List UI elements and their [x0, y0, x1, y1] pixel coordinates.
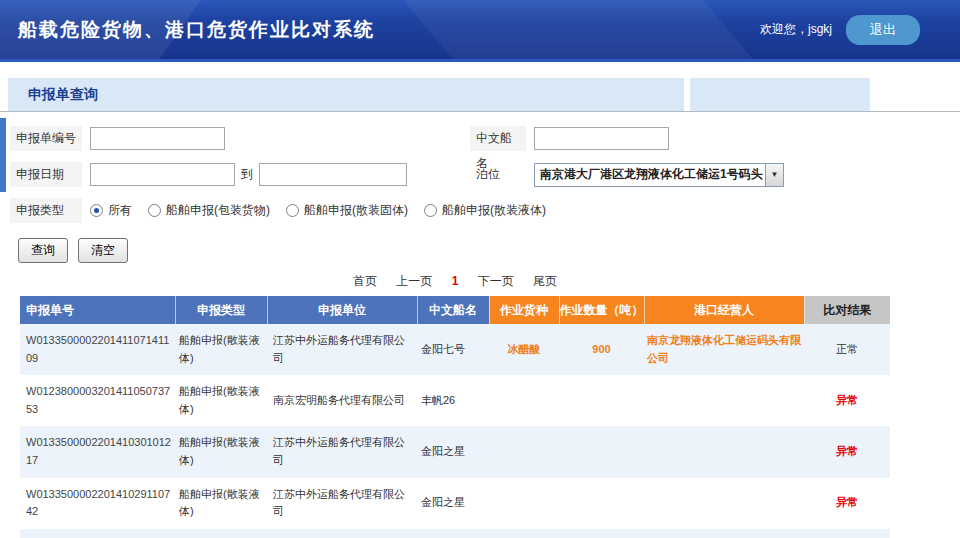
cell-agent: 江苏中外运船务代理有限公司	[267, 426, 417, 477]
table-row: W013350000220141030101217 船舶申报(散装液体) 江苏中…	[20, 426, 890, 477]
cell-decl-no: W012380000320141105073753	[20, 375, 175, 426]
cell-decl-no: W013350000220141029110742	[20, 478, 175, 529]
radio-label: 船舶申报(散装液体)	[442, 202, 546, 219]
cell-type: 船舶申报(散装液体)	[175, 324, 267, 375]
cell-result: 异常	[804, 426, 890, 477]
radio-label: 船舶申报(散装固体)	[304, 202, 408, 219]
pagination: 首页 上一页 1 下一页 尾页	[20, 273, 890, 290]
col-header-result: 比对结果	[804, 296, 890, 324]
app-title: 船载危险货物、港口危货作业比对系统	[18, 17, 375, 43]
decl-no-label: 申报单编号	[10, 126, 82, 151]
cell-cargo	[489, 478, 559, 529]
radio-option-bulk-liquid[interactable]: 船舶申报(散装液体)	[424, 202, 546, 219]
cell-ship: 金阳七号	[417, 324, 489, 375]
page-current: 1	[452, 274, 459, 288]
table-header-row: 申报单号 申报类型 申报单位 中文船名 作业货种 作业数量（吨） 港口经营人 比…	[20, 296, 890, 324]
cell-qty: 600	[559, 529, 644, 538]
chevron-down-icon[interactable]: ▼	[765, 164, 783, 186]
radio-icon	[148, 204, 161, 217]
header-decor-shape	[353, 0, 787, 62]
cell-ship: 金阳之星	[417, 426, 489, 477]
col-header-type: 申报类型	[175, 296, 267, 324]
cell-ship: 赣东港化166	[417, 529, 489, 538]
date-to-input[interactable]	[259, 163, 407, 186]
cell-operator: 南京龙翔液体化工储运码头有限公司	[644, 529, 804, 538]
query-button[interactable]: 查询	[18, 238, 68, 263]
cell-qty	[559, 426, 644, 477]
page-first-link[interactable]: 首页	[353, 274, 377, 288]
berth-select[interactable]: 南京港大厂港区龙翔液体化工储运1号码头 ▼	[534, 163, 784, 187]
date-to-label: 到	[241, 166, 253, 183]
cell-cargo: 冰醋酸	[489, 324, 559, 375]
cell-cargo	[489, 375, 559, 426]
cell-type: 船舶申报(散装液体)	[175, 529, 267, 538]
berth-label: 泊位	[470, 162, 526, 187]
decl-no-input[interactable]	[90, 127, 225, 150]
cell-agent: 南京宏明船务代理有限公司	[267, 375, 417, 426]
cell-type: 船舶申报(散装液体)	[175, 375, 267, 426]
table-row: W015140000220141028122151 船舶申报(散装液体) 江西东…	[20, 529, 890, 538]
radio-label: 船舶申报(包装货物)	[166, 202, 270, 219]
radio-option-bulk-solid[interactable]: 船舶申报(散装固体)	[286, 202, 408, 219]
tabbar-side-panel	[690, 78, 870, 111]
cell-decl-no: W013350000220141030101217	[20, 426, 175, 477]
radio-option-all[interactable]: 所有	[90, 202, 132, 219]
table-row: W013350000220141029110742 船舶申报(散装液体) 江苏中…	[20, 478, 890, 529]
clear-button[interactable]: 清空	[78, 238, 128, 263]
col-header-qty: 作业数量（吨）	[559, 296, 644, 324]
type-radio-group: 所有 船舶申报(包装货物) 船舶申报(散装固体) 船舶申报(散装液体)	[90, 202, 546, 219]
cell-agent: 江苏中外运船务代理有限公司	[267, 478, 417, 529]
radio-label: 所有	[108, 202, 132, 219]
ship-name-label: 中文船名	[470, 126, 526, 151]
page-prev-link[interactable]: 上一页	[396, 274, 432, 288]
berth-select-value: 南京港大厂港区龙翔液体化工储运1号码头	[535, 166, 765, 183]
cell-type: 船舶申报(散装液体)	[175, 426, 267, 477]
cell-type: 船舶申报(散装液体)	[175, 478, 267, 529]
welcome-text: 欢迎您，jsgkj	[760, 21, 832, 38]
table-row: W013350000220141107141109 船舶申报(散装液体) 江苏中…	[20, 324, 890, 375]
radio-option-packaged[interactable]: 船舶申报(包装货物)	[148, 202, 270, 219]
results-table: 申报单号 申报类型 申报单位 中文船名 作业货种 作业数量（吨） 港口经营人 比…	[20, 296, 890, 538]
page-last-link[interactable]: 尾页	[533, 274, 557, 288]
radio-icon	[424, 204, 437, 217]
app-header: 船载危险货物、港口危货作业比对系统 欢迎您，jsgkj 退出	[0, 0, 960, 62]
cell-decl-no: W013350000220141107141109	[20, 324, 175, 375]
cell-qty	[559, 478, 644, 529]
col-header-decl-no: 申报单号	[20, 296, 175, 324]
cell-operator: 南京龙翔液体化工储运码头有限公司	[644, 324, 804, 375]
logout-button[interactable]: 退出	[846, 15, 920, 45]
tab-declaration-query: 申报单查询	[8, 78, 684, 111]
cell-agent: 江西东港航运有限公司	[267, 529, 417, 538]
radio-icon	[90, 204, 103, 217]
cell-cargo	[489, 426, 559, 477]
col-header-operator: 港口经营人	[644, 296, 804, 324]
section-tabbar: 申报单查询	[0, 78, 960, 112]
query-form: 申报单编号 中文船名 申报日期 到 泊位 南京港大厂港区龙翔液体化工储运1号码头…	[0, 112, 960, 223]
cell-result: 正常	[804, 529, 890, 538]
cell-operator	[644, 375, 804, 426]
cell-qty: 900	[559, 324, 644, 375]
radio-icon	[286, 204, 299, 217]
cell-decl-no: W015140000220141028122151	[20, 529, 175, 538]
cell-ship: 金阳之星	[417, 478, 489, 529]
cell-qty	[559, 375, 644, 426]
page-next-link[interactable]: 下一页	[478, 274, 514, 288]
type-label: 申报类型	[10, 198, 82, 223]
date-from-input[interactable]	[90, 163, 235, 186]
col-header-ship: 中文船名	[417, 296, 489, 324]
ship-name-input[interactable]	[534, 127, 669, 150]
cell-operator	[644, 478, 804, 529]
cell-result: 异常	[804, 478, 890, 529]
cell-operator	[644, 426, 804, 477]
date-label: 申报日期	[10, 162, 82, 187]
cell-result: 正常	[804, 324, 890, 375]
cell-result: 异常	[804, 375, 890, 426]
table-row: W012380000320141105073753 船舶申报(散装液体) 南京宏…	[20, 375, 890, 426]
col-header-agent: 申报单位	[267, 296, 417, 324]
cell-agent: 江苏中外运船务代理有限公司	[267, 324, 417, 375]
cell-cargo: 甲醇	[489, 529, 559, 538]
cell-ship: 丰帆26	[417, 375, 489, 426]
col-header-cargo: 作业货种	[489, 296, 559, 324]
